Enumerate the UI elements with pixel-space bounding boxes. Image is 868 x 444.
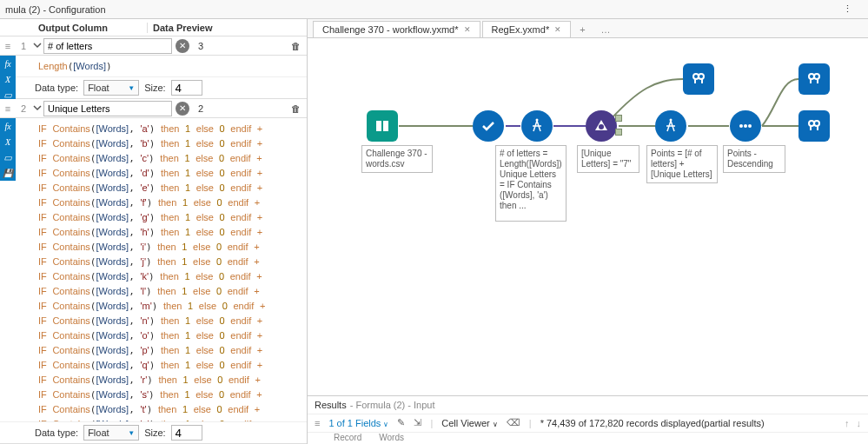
datatype-label: Data type: (35, 427, 78, 438)
status-text: * 74,439 of 172,820 records displayed(pa… (540, 418, 765, 428)
cell-viewer-dropdown[interactable]: Cell Viewer ∨ (441, 418, 498, 428)
tool-input[interactable] (367, 110, 398, 142)
size-input-1[interactable] (171, 80, 202, 96)
edit-icon[interactable]: ✎ (397, 417, 405, 428)
chevron-down-icon[interactable] (31, 41, 43, 51)
tool-browse-2[interactable] (798, 63, 830, 95)
svg-point-1 (599, 124, 604, 129)
svg-point-4 (699, 74, 704, 79)
config-menu-icon[interactable]: ⋮ (843, 3, 852, 15)
close-icon[interactable]: ✕ (554, 25, 561, 34)
chevron-down-icon[interactable] (31, 103, 43, 114)
svg-point-0 (536, 119, 539, 122)
clear-icon[interactable]: ✕ (176, 39, 189, 53)
size-label: Size: (144, 427, 165, 438)
tool-input-label: Challenge 370 - words.csv (361, 145, 433, 173)
var-x-icon[interactable]: X (0, 134, 16, 149)
port-false[interactable] (615, 129, 622, 136)
col-record: Record (334, 433, 361, 444)
tab-workflow[interactable]: Challenge 370 - workflow.yxmd*✕ (313, 21, 480, 37)
results-title: Results (315, 400, 347, 410)
fields-dropdown[interactable]: 1 of 1 Fields ∨ (328, 418, 388, 428)
tool-formula-2[interactable] (655, 110, 686, 142)
tool-formula2-label: Points = [# of letters] + [Unique Letter… (646, 145, 718, 183)
data-preview-2: 2 (193, 103, 291, 114)
tab-menu-icon[interactable]: … (594, 22, 618, 37)
output-column-name-1[interactable] (43, 38, 172, 54)
svg-point-11 (814, 121, 819, 126)
header-output-column: Output Column (0, 23, 148, 33)
port-true[interactable] (615, 115, 622, 122)
datatype-select-2[interactable]: Float▼ (83, 425, 139, 441)
save-icon[interactable]: 💾 (0, 165, 16, 181)
menu-icon[interactable]: ≡ (0, 41, 16, 51)
tool-select[interactable] (473, 110, 504, 142)
row-number: 2 (16, 103, 31, 114)
tab-regex[interactable]: RegEx.yxmd*✕ (482, 21, 572, 37)
prev-icon[interactable]: ↑ (845, 418, 850, 428)
datatype-select-1[interactable]: Float▼ (83, 80, 139, 96)
close-icon[interactable]: ✕ (464, 25, 471, 34)
add-tab-icon[interactable]: + (573, 22, 592, 37)
size-label: Size: (144, 83, 165, 93)
datatype-label: Data type: (35, 83, 78, 93)
data-preview-1: 3 (193, 41, 291, 51)
tool-filter-label: [Unique Letters] = "7" (577, 145, 639, 173)
size-input-2[interactable] (171, 425, 202, 441)
next-icon[interactable]: ↓ (857, 418, 862, 428)
svg-point-5 (739, 124, 743, 128)
svg-point-2 (670, 119, 673, 122)
var-x-icon[interactable]: X (0, 71, 16, 87)
row-number: 1 (16, 41, 31, 51)
svg-point-6 (744, 124, 747, 128)
workflow-canvas[interactable]: Challenge 370 - words.csv # of letters =… (308, 38, 868, 395)
expression-editor-1[interactable]: Length([Words]) (17, 56, 307, 76)
delete-icon[interactable]: 🗑 (291, 103, 307, 114)
menu-icon[interactable]: ≡ (315, 418, 320, 428)
menu-icon[interactable]: ≡ (0, 103, 16, 114)
tool-browse-1[interactable] (683, 63, 714, 95)
hide-icon[interactable]: ⌫ (507, 417, 520, 428)
svg-point-9 (814, 74, 819, 79)
tool-filter[interactable] (586, 110, 617, 142)
tool-sort-label: Points - Descending (723, 145, 785, 173)
tool-browse-3[interactable] (798, 110, 830, 142)
svg-point-7 (748, 124, 752, 128)
col-icon[interactable]: ▭ (0, 149, 16, 165)
results-subtitle: - Formula (2) - Input (350, 400, 435, 410)
col-words: Words (379, 433, 404, 444)
fx-icon[interactable]: fx (0, 118, 16, 134)
clear-icon[interactable]: ✕ (176, 102, 189, 116)
export-icon[interactable]: ⇲ (414, 417, 421, 428)
expression-editor-2[interactable]: IF Contains([Words], 'a') then 1 else 0 … (17, 118, 307, 421)
output-column-name-2[interactable] (43, 101, 172, 116)
fx-icon[interactable]: fx (0, 56, 16, 71)
delete-icon[interactable]: 🗑 (291, 41, 307, 51)
config-title: mula (2) - Configuration (5, 4, 843, 15)
tool-formula[interactable] (521, 110, 553, 142)
tool-formula-label: # of letters = Length([Words]) Unique Le… (495, 145, 567, 222)
tool-sort[interactable] (730, 110, 761, 142)
header-data-preview: Data Preview (148, 23, 307, 33)
